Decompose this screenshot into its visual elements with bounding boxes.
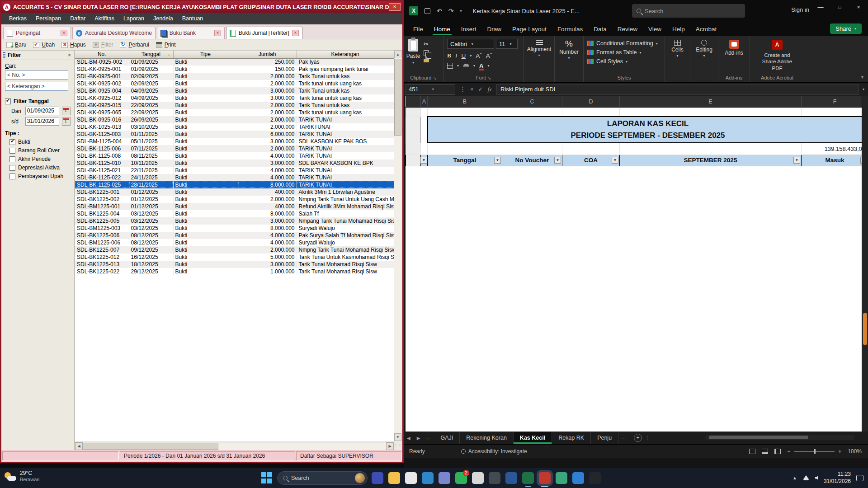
- whatsapp-icon[interactable]: 2: [455, 472, 467, 484]
- filter-dropdown-icon[interactable]: ▼: [554, 157, 561, 164]
- scroll-thumb[interactable]: [83, 443, 218, 450]
- journal-row[interactable]: SDL-BK1225-007 09/12/2025 Bukti 2.000.00…: [75, 246, 394, 253]
- toolbar-button[interactable]: Filter: [90, 41, 117, 49]
- weather-widget[interactable]: 29°C Berawan: [5, 470, 39, 483]
- italic-button[interactable]: I: [455, 52, 458, 59]
- maximize-icon[interactable]: □: [830, 0, 849, 15]
- word-icon[interactable]: [505, 472, 517, 484]
- terminal-icon[interactable]: [589, 472, 601, 484]
- collapse-ribbon-icon[interactable]: ▾: [861, 75, 863, 80]
- cells-button[interactable]: Cells ▾: [665, 39, 690, 58]
- file-explorer-icon[interactable]: [388, 472, 400, 484]
- font-name-select[interactable]: Calibri▾: [447, 39, 494, 49]
- column-header[interactable]: [802, 166, 868, 166]
- normal-view-icon[interactable]: [749, 449, 755, 454]
- select-all-corner[interactable]: [406, 96, 421, 107]
- vertical-scrollbar[interactable]: [862, 96, 868, 432]
- number-button[interactable]: % Number ▾: [555, 39, 583, 60]
- page-layout-view-icon[interactable]: [762, 449, 768, 454]
- journal-row[interactable]: SDL-BK-1125-003 01/11/2025 Bukti 6.000.0…: [75, 131, 394, 138]
- report-title-cell[interactable]: LAPORAN KAS KECIL PERIODE SEPTEMBER - DE…: [428, 117, 868, 143]
- accurate-icon[interactable]: [539, 472, 551, 484]
- quick-access-chevron-icon[interactable]: ▾: [460, 9, 462, 13]
- ribbon-tab[interactable]: Acrobat: [691, 23, 722, 35]
- edge-icon[interactable]: [422, 472, 434, 484]
- sheet-tab[interactable]: Kas Kecil: [514, 432, 552, 444]
- format-painter-icon[interactable]: [424, 59, 429, 62]
- name-box[interactable]: 451 ▾: [406, 84, 455, 95]
- document-tab[interactable]: Pengingat ×: [3, 27, 71, 39]
- menu-item[interactable]: Persiapan: [32, 14, 65, 23]
- tab-close-icon[interactable]: ×: [214, 30, 221, 36]
- journal-row[interactable]: SDL-BK-0925-004 04/09/2025 Bukti 3.000.0…: [75, 87, 394, 94]
- notes-icon[interactable]: [556, 472, 567, 484]
- journal-row[interactable]: SDL-BM1225-001 01/12/2025 Bukti 400.000 …: [75, 203, 394, 210]
- ribbon-tab[interactable]: Review: [613, 23, 642, 35]
- search-keterangan-input[interactable]: < Keterangan >: [5, 82, 68, 91]
- journal-row[interactable]: SDL-BK1225-001 01/12/2025 Bukti 400.000 …: [75, 188, 394, 196]
- share-button[interactable]: Share ▾: [830, 23, 862, 34]
- column-header[interactable]: C: [502, 96, 562, 107]
- journal-row[interactable]: SDL-BK-0925-016 26/09/2025 Bukti 2.000.0…: [75, 116, 394, 123]
- page-break-view-icon[interactable]: [774, 449, 781, 454]
- excel-titlebar[interactable]: X ↶ ↷ ▾ Kertas Kerja Sinar Duta Laser 20…: [404, 0, 868, 22]
- notification-center-icon[interactable]: [856, 475, 863, 481]
- wifi-icon[interactable]: [802, 475, 810, 480]
- journal-row[interactable]: SDL-BK1225-002 01/12/2025 Bukti 2.000.00…: [75, 196, 394, 203]
- menu-item[interactable]: Berkas: [5, 14, 31, 23]
- toolbar-button[interactable]: Baru: [4, 41, 30, 49]
- filter-dropdown-icon[interactable]: ▼: [612, 157, 618, 164]
- start-button[interactable]: [261, 472, 273, 484]
- font-size-select[interactable]: 11▾: [496, 39, 518, 49]
- ribbon-tab[interactable]: Formulas: [552, 23, 588, 35]
- tipe-checkbox[interactable]: Akhir Periode: [9, 156, 71, 162]
- sheet-overflow-icon[interactable]: ⋯: [618, 436, 629, 441]
- scroll-down-icon[interactable]: ▼: [394, 433, 401, 441]
- journal-row[interactable]: SDL-KK-0925-065 22/09/2025 Bukti 2.000.0…: [75, 109, 394, 116]
- menu-item[interactable]: Jendela: [149, 14, 177, 23]
- column-header[interactable]: [406, 166, 421, 166]
- document-tab[interactable]: Bukti Jurnal [Terfilter] ×: [226, 27, 302, 39]
- new-sheet-icon[interactable]: +: [634, 434, 642, 442]
- save-icon[interactable]: [425, 8, 430, 14]
- dialog-launcher-icon[interactable]: ↘: [488, 76, 491, 80]
- document-tab[interactable]: Accurate Desktop Welcome: [72, 27, 156, 39]
- volume-icon[interactable]: [815, 476, 818, 480]
- paste-button[interactable]: Paste ▾: [404, 39, 423, 65]
- menu-item[interactable]: Laporan: [119, 14, 148, 23]
- fill-color-icon[interactable]: [463, 64, 469, 68]
- chevron-down-icon[interactable]: ▾: [470, 54, 472, 58]
- sign-in-button[interactable]: Sign in: [791, 6, 809, 13]
- journal-row[interactable]: SDL-BM-1125-004 05/11/2025 Bukti 3.000.0…: [75, 138, 394, 145]
- task-view-icon[interactable]: [372, 472, 383, 484]
- scroll-thumb[interactable]: [709, 436, 808, 439]
- redo-icon[interactable]: ↷: [448, 7, 454, 14]
- header-no-voucher[interactable]: No Voucher▼: [502, 155, 562, 166]
- accurate-titlebar[interactable]: A ACCURATE 5 - CV SINAR DUTA LASER RO [E…: [1, 1, 402, 13]
- create-share-adobe-pdf-button[interactable]: A Create and Share Adobe PDF: [750, 39, 804, 71]
- journal-row[interactable]: SDL-BK-1125-010 10/11/2025 Bukti 3.000.0…: [75, 160, 394, 167]
- expand-formula-bar-icon[interactable]: ▾: [863, 87, 864, 91]
- col-header-jumlah[interactable]: Jumlah: [238, 51, 297, 58]
- tab-close-icon[interactable]: ×: [292, 30, 299, 36]
- tipe-checkbox[interactable]: Bukti: [9, 139, 71, 145]
- toolbar-button[interactable]: Hapus: [59, 41, 90, 49]
- filter-dropdown-icon[interactable]: ▼: [793, 157, 800, 164]
- vertical-scrollbar[interactable]: ▲ ▼: [394, 51, 401, 441]
- search-input[interactable]: Search: [632, 4, 745, 18]
- copy-icon[interactable]: [424, 50, 429, 56]
- cell-styles-button[interactable]: Cell Styles▾: [584, 57, 665, 66]
- column-header[interactable]: E: [620, 96, 802, 107]
- sheet-more-icon[interactable]: ⋯: [423, 436, 434, 441]
- journal-row[interactable]: SDL-BM1225-006 08/12/2025 Bukti 4.000.00…: [75, 239, 394, 246]
- journal-row[interactable]: SDL-BK1225-012 16/12/2025 Bukti 5.000.00…: [75, 253, 394, 261]
- ribbon-tab[interactable]: Help: [667, 23, 690, 35]
- col-header-tipe[interactable]: Tipe: [173, 51, 238, 58]
- journal-row[interactable]: SDL-KK-0925-002 02/09/2025 Bukti 2.000.0…: [75, 80, 394, 87]
- column-header[interactable]: [562, 166, 620, 166]
- enter-icon[interactable]: ✓: [478, 86, 483, 93]
- journal-row[interactable]: SDL-BK-0925-015 22/09/2025 Bukti 2.000.0…: [75, 102, 394, 109]
- ribbon-tab[interactable]: File: [408, 23, 428, 35]
- horizontal-scrollbar[interactable]: ◀ ▶: [75, 442, 394, 450]
- font-color-icon[interactable]: A: [479, 62, 483, 69]
